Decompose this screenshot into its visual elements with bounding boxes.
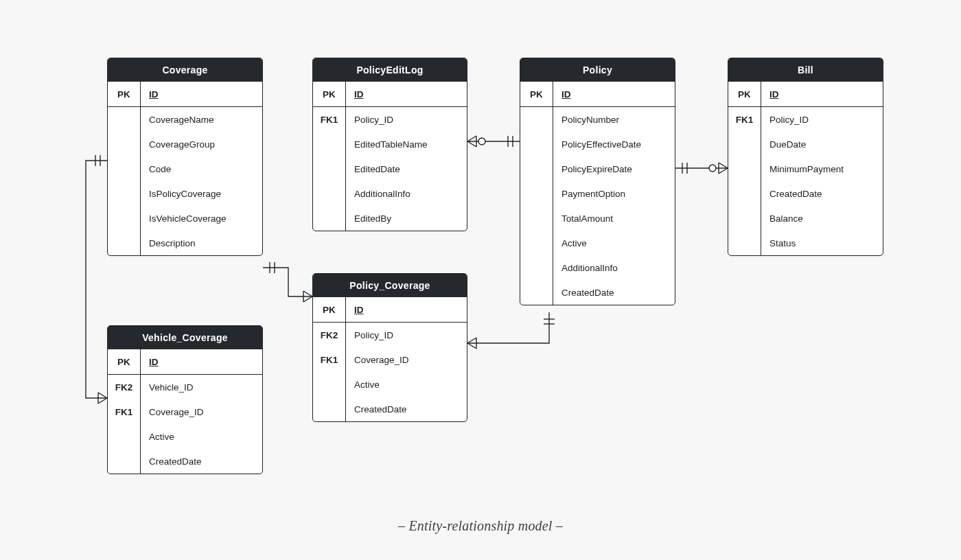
entity-bill: Bill PK ID FK1Policy_ID DueDate MinimumP…: [728, 58, 883, 256]
field-row: DueDate: [728, 132, 883, 156]
field-row: PolicyNumber: [520, 107, 675, 132]
pk-row: PK ID: [313, 297, 467, 322]
field-row: EditedTableName: [313, 132, 467, 156]
field-row: FK2Policy_ID: [313, 323, 467, 347]
pk-row: PK ID: [728, 82, 883, 106]
svg-line-26: [98, 393, 107, 398]
rel-coverage-vehiclecoverage: [86, 155, 107, 404]
pk-row: PK ID: [108, 82, 262, 106]
field-row: CreatedDate: [313, 397, 467, 421]
entity-policy: Policy PK ID PolicyNumber PolicyEffectiv…: [520, 58, 675, 305]
field-row: Description: [108, 231, 262, 255]
field-row: Active: [520, 231, 675, 255]
svg-point-10: [709, 165, 716, 172]
field-row: CoverageName: [108, 107, 262, 132]
svg-line-2: [467, 141, 476, 147]
field-row: EditedBy: [313, 206, 467, 231]
field-row: Status: [728, 231, 883, 255]
svg-line-1: [467, 136, 476, 141]
rel-coverage-policycoverage: [263, 262, 312, 302]
field-row: Active: [313, 372, 467, 397]
field-row: CreatedDate: [520, 280, 675, 305]
rel-policyeditlog-policy: [467, 136, 520, 147]
entity-policy-coverage: Policy_Coverage PK ID FK2Policy_ID FK1Co…: [312, 273, 467, 422]
entity-title: Bill: [728, 58, 883, 82]
entity-coverage: Coverage PK ID CoverageName CoverageGrou…: [107, 58, 263, 256]
svg-line-22: [303, 296, 312, 302]
field-row: Balance: [728, 206, 883, 231]
field-row: FK1Coverage_ID: [313, 347, 467, 372]
svg-line-27: [98, 398, 107, 404]
entity-title: PolicyEditLog: [313, 58, 467, 82]
rel-policycoverage-policy: [467, 312, 555, 349]
field-row: AdditionalInfo: [520, 255, 675, 280]
entity-title: Vehicle_Coverage: [108, 326, 262, 349]
svg-line-14: [467, 338, 476, 343]
key-label: PK: [108, 82, 141, 106]
er-diagram-canvas: Coverage PK ID CoverageName CoverageGrou…: [0, 0, 961, 560]
field-row: CreatedDate: [728, 181, 883, 206]
entity-policyeditlog: PolicyEditLog PK ID FK1Policy_ID EditedT…: [312, 58, 467, 231]
field-row: AdditionalInfo: [313, 181, 467, 206]
svg-line-12: [719, 168, 728, 174]
svg-point-4: [478, 138, 485, 145]
field-row: CoverageGroup: [108, 132, 262, 156]
field-row: PolicyEffectiveDate: [520, 132, 675, 156]
field-row: FK1Coverage_ID: [108, 399, 262, 424]
field-row: CreatedDate: [108, 449, 262, 474]
svg-line-21: [303, 291, 312, 296]
field-row: PaymentOption: [520, 181, 675, 206]
field-row: FK1Policy_ID: [728, 107, 883, 132]
diagram-caption: – Entity-relationship model –: [0, 518, 961, 534]
svg-line-11: [719, 163, 728, 168]
entity-title: Coverage: [108, 58, 262, 82]
field-row: Active: [108, 424, 262, 449]
svg-line-15: [467, 343, 476, 349]
field-row: FK2Vehicle_ID: [108, 375, 262, 399]
field-row: MinimumPayment: [728, 156, 883, 181]
pk-row: PK ID: [313, 82, 467, 106]
field-row: IsPolicyCoverage: [108, 181, 262, 206]
field-row: FK1Policy_ID: [313, 107, 467, 132]
field-row: Code: [108, 156, 262, 181]
pk-row: PK ID: [108, 349, 262, 374]
field-name: ID: [141, 83, 262, 106]
field-row: IsVehicleCoverage: [108, 206, 262, 231]
field-row: TotalAmount: [520, 206, 675, 231]
rel-policy-bill: [675, 163, 728, 174]
entity-vehicle-coverage: Vehicle_Coverage PK ID FK2Vehicle_ID FK1…: [107, 325, 263, 474]
pk-row: PK ID: [520, 82, 675, 106]
field-row: PolicyExpireDate: [520, 156, 675, 181]
entity-title: Policy_Coverage: [313, 274, 467, 297]
field-row: EditedDate: [313, 156, 467, 181]
entity-title: Policy: [520, 58, 675, 82]
